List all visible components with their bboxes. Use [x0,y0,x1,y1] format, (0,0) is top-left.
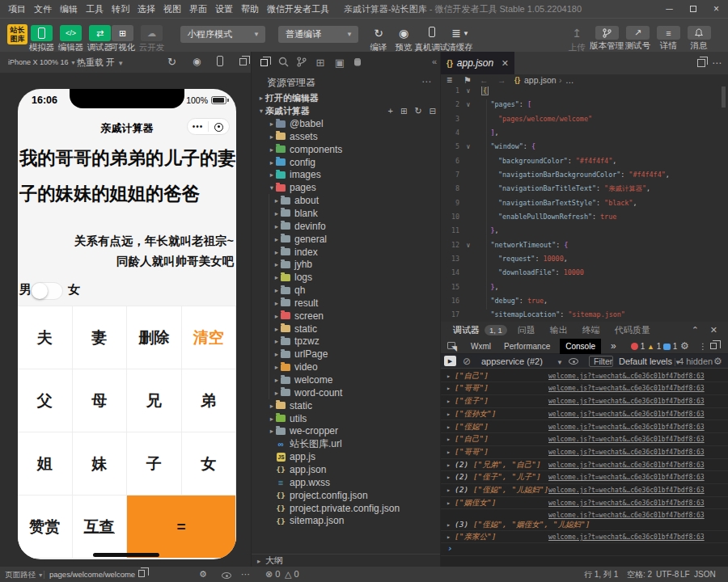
keypad-key[interactable]: 妻 [73,306,128,369]
exit-button[interactable] [209,121,229,133]
menu-item[interactable]: 设置 [211,3,237,15]
tab-output[interactable]: 输出 [550,324,568,336]
keypad-key[interactable]: 赞赏 [18,496,73,559]
keypad-key[interactable]: 女 [182,432,237,496]
page-path-selector[interactable]: 页面路径 ▼ [5,567,44,582]
warning-count[interactable]: ▲ 1 [647,342,661,351]
tree-item[interactable]: ▸qh [252,284,440,297]
tree-item[interactable]: {}project.config.json [252,489,440,502]
tab-console[interactable]: Console [560,339,601,354]
cloud-dev-button[interactable]: ☁ 云开发 [139,25,164,53]
tree-item[interactable]: ∞站长图库.url [252,437,440,450]
gender-toggle[interactable] [31,282,63,300]
tree-item[interactable]: ▸images [252,169,440,182]
menu-item[interactable]: 视图 [159,3,185,15]
keypad-key[interactable]: = [127,496,236,559]
tree-item[interactable]: ▸we-cropper [252,425,440,438]
keypad-key[interactable]: 兄 [127,369,182,432]
editor-more-icon[interactable]: ⋯ [712,52,722,74]
extensions-icon[interactable]: ⊞ [312,57,328,69]
source-link[interactable]: welcome.js?t=wechat&…c6e36c01bf47bdf8:63 [548,373,705,380]
split-editor-icon[interactable] [697,52,705,74]
keypad-key[interactable]: 母 [73,369,128,432]
tab-terminal[interactable]: 终端 [582,324,600,336]
source-link[interactable]: welcome.js?t=wechat&…c6e36c01bf47bdf8:63 [548,398,705,405]
refresh-icon[interactable]: ↻ [167,56,176,68]
popout-icon[interactable] [710,342,717,351]
tab-problems[interactable]: 问题 [518,324,535,336]
forward-icon[interactable]: → [497,74,506,86]
console-prompt[interactable]: › [447,543,453,554]
source-link[interactable]: welcome.js?t=wechat&…c6e36c01bf47bdf8:63 [548,534,705,541]
search-icon[interactable] [275,57,291,70]
menu-item[interactable]: 项目 [4,3,30,15]
mode-dropdown[interactable]: 小程序模式▼ [180,26,265,43]
source-link[interactable]: welcome.js?t=wechat&…c6e36c01bf47bdf8:63 [548,474,705,481]
tree-item[interactable]: ▸word-count [252,386,440,399]
expand-icon[interactable]: ▸ [447,410,451,418]
minimize-button[interactable]: ─ [658,0,681,18]
project-root[interactable]: ▾亲戚计算器 +⊞↻⊟ [252,104,440,117]
menu-item[interactable]: 编辑 [56,3,82,15]
new-file-icon[interactable]: + [388,106,393,116]
debugger-button[interactable]: ⇄ 调试器 [87,25,112,53]
warning-status[interactable]: △ 0 [285,567,299,582]
tree-item[interactable]: ▸devinfo [252,220,440,233]
close-button[interactable]: × [705,0,728,18]
tree-item[interactable]: JSapp.js [252,450,440,463]
tree-item[interactable]: ▸screen [252,310,440,323]
explorer-icon[interactable] [256,57,272,69]
indent-setting[interactable]: 空格: 2 [627,567,652,582]
tree-item[interactable]: ▸result [252,297,440,310]
tab-code-quality[interactable]: 代码质量 [615,324,650,336]
status-more-icon[interactable]: ⋯ [241,567,251,582]
tree-item[interactable]: {}app.json [252,463,440,476]
messages-button[interactable]: 消息 [682,24,716,52]
menu-item[interactable]: 帮助 [237,3,263,15]
source-link[interactable]: welcome.js?t=wechat&…c6e36c01bf47bdf8:63 [548,500,705,507]
source-link[interactable]: welcome.js?t=wechat&…c6e36c01bf47bdf8:63 [548,411,705,418]
bug-icon[interactable]: ⚙ [199,567,207,582]
menu-item[interactable]: 转到 [108,3,133,15]
menu-item[interactable]: 选择 [133,3,159,15]
tree-item[interactable]: ▸about [252,194,440,207]
expand-icon[interactable]: ▸ [447,384,451,392]
tree-item[interactable]: ▸config [252,156,440,169]
keypad-key[interactable]: 删除 [127,306,182,369]
filter-input[interactable]: Filter [589,356,613,367]
console-settings-icon[interactable]: ⚙ [713,354,722,369]
expand-icon[interactable]: ▸ [447,473,451,481]
tree-item[interactable]: ▸static [252,323,440,335]
simulator-button[interactable]: 模拟器 [29,25,54,53]
back-icon[interactable]: ← [480,74,489,86]
tree-item[interactable]: ▸@babel [252,117,440,130]
console-log-row[interactable]: welcome.js?t=wechat&…c6e36c01bf47bdf8:63… [441,509,728,530]
fold-icon[interactable]: ∨ [463,86,474,98]
clear-console-icon[interactable]: ⊘ [463,354,471,369]
tree-item[interactable]: ▸index [252,246,440,259]
breadcrumb-more[interactable]: … [565,74,574,86]
tab-wxml[interactable]: Wxml [471,342,491,351]
tree-item[interactable]: ≡app.wxss [252,476,440,489]
editor-button[interactable]: </> 编辑器 [58,25,83,53]
fold-icon[interactable]: ∨ [463,140,474,154]
fold-icon[interactable]: ∨ [463,98,474,112]
keypad-key[interactable]: 弟 [182,369,237,432]
source-link[interactable]: welcome.js?t=wechat&…c6e36c01bf47bdf8:63 [548,385,705,392]
tab-debugger[interactable]: 调试器 [453,324,480,336]
compile-button[interactable]: ↻ 编译 [367,25,390,53]
collapse-sidebar-icon[interactable]: « [426,57,440,66]
copy-path-icon[interactable] [138,567,145,582]
console-log-area[interactable]: ▸ ["自己"] welcome.js?t=wechat&…c6e36c01bf… [441,369,728,567]
eye-icon[interactable] [569,358,578,365]
console-log-row[interactable]: ▸ (2) ["兄弟", "自己"] welcome.js?t=wechat&…… [441,459,728,472]
tree-item[interactable]: ▸logs [252,271,440,284]
inspect-icon[interactable]: ◥ [447,341,458,351]
more-actions-icon[interactable]: ⋯ [421,76,432,87]
console-log-row[interactable]: ▸ ["自己"] welcome.js?t=wechat&…c6e36c01bf… [441,370,728,383]
new-folder-icon[interactable]: ⊞ [400,107,407,116]
console-log-row[interactable]: ▸ ["亲家公"] welcome.js?t=wechat&…c6e36c01b… [441,531,728,544]
console-log-row[interactable]: ▸ ["侄媳"] welcome.js?t=wechat&…c6e36c01bf… [441,421,728,434]
code-editor[interactable]: 1∨{2∨"pages": [3"pages/welcome/welcome"4… [441,86,728,322]
tree-item[interactable]: ▸urlPage [252,348,440,361]
